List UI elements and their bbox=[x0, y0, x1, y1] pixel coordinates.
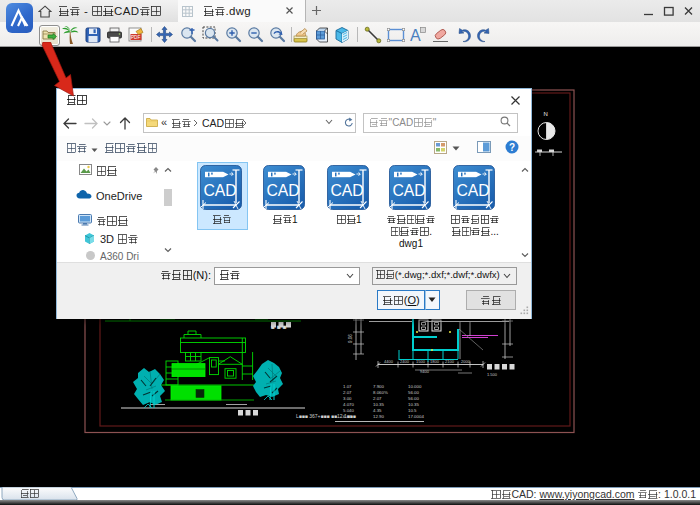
svg-text:1800: 1800 bbox=[430, 359, 440, 364]
svg-text:1500: 1500 bbox=[416, 359, 426, 364]
svg-text:N: N bbox=[544, 111, 548, 117]
svg-text:17.0004: 17.0004 bbox=[408, 414, 424, 419]
svg-text:5.040: 5.040 bbox=[343, 408, 355, 413]
svg-text:10.000: 10.000 bbox=[408, 384, 422, 389]
svg-text:9.06: 9.06 bbox=[348, 334, 353, 343]
svg-text:?: ? bbox=[509, 142, 515, 153]
svg-text:2.07: 2.07 bbox=[373, 396, 382, 401]
svg-text:1.07: 1.07 bbox=[343, 384, 352, 389]
svg-text:3.00: 3.00 bbox=[343, 396, 352, 401]
svg-text:2.07: 2.07 bbox=[343, 390, 352, 395]
svg-text:56.00: 56.00 bbox=[408, 390, 420, 395]
svg-text:12.90: 12.90 bbox=[373, 414, 385, 419]
svg-text:PDF: PDF bbox=[131, 35, 140, 40]
svg-text:2100: 2100 bbox=[445, 359, 455, 364]
svg-text:56.00: 56.00 bbox=[408, 396, 420, 401]
svg-text:10.5: 10.5 bbox=[408, 408, 417, 413]
svg-text:6.00: 6.00 bbox=[343, 414, 352, 419]
svg-text:7.900: 7.900 bbox=[373, 384, 385, 389]
svg-text:2000: 2000 bbox=[461, 359, 471, 364]
svg-text:4400: 4400 bbox=[384, 359, 394, 364]
svg-text:1.500: 1.500 bbox=[487, 372, 498, 377]
svg-text:8.060%: 8.060% bbox=[373, 390, 388, 395]
svg-text:2400: 2400 bbox=[400, 359, 410, 364]
svg-text:10.35: 10.35 bbox=[408, 402, 420, 407]
svg-text:4.070: 4.070 bbox=[343, 402, 355, 407]
svg-text:4.35: 4.35 bbox=[373, 408, 382, 413]
svg-text:10.35: 10.35 bbox=[373, 402, 385, 407]
svg-text:A: A bbox=[410, 27, 421, 44]
